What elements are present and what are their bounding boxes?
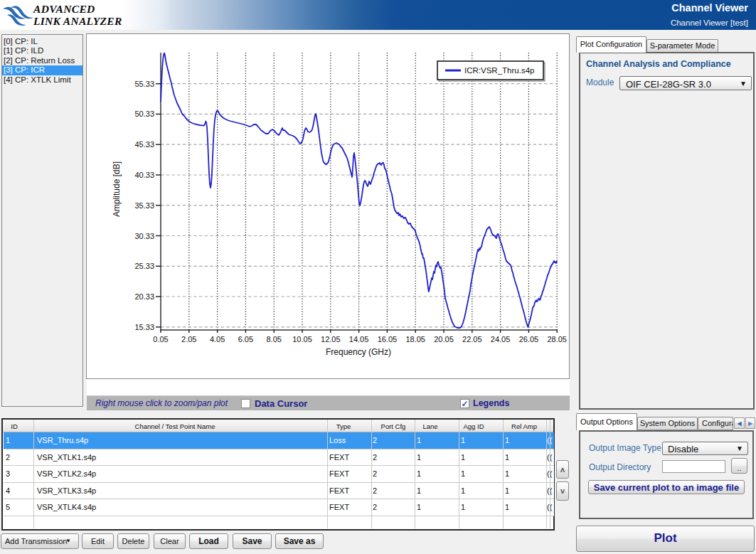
svg-text:22.05: 22.05 xyxy=(462,335,482,343)
svg-text:10.05: 10.05 xyxy=(292,335,312,343)
svg-text:16.05: 16.05 xyxy=(378,335,398,343)
svg-text:4.05: 4.05 xyxy=(210,335,225,343)
svg-text:Frequency (GHz): Frequency (GHz) xyxy=(326,347,391,357)
svg-text:24.05: 24.05 xyxy=(491,335,511,343)
svg-text:ICR:VSR_Thru.s4p: ICR:VSR_Thru.s4p xyxy=(464,66,534,75)
svg-text:45.33: 45.33 xyxy=(134,140,154,149)
svg-text:20.05: 20.05 xyxy=(434,335,454,343)
svg-text:2.05: 2.05 xyxy=(181,335,196,343)
svg-text:50.33: 50.33 xyxy=(134,110,154,118)
svg-text:40.33: 40.33 xyxy=(134,171,154,179)
svg-text:55.33: 55.33 xyxy=(134,80,154,88)
svg-text:Amplitude [dB]: Amplitude [dB] xyxy=(112,161,122,217)
svg-text:14.05: 14.05 xyxy=(349,335,369,343)
svg-text:30.33: 30.33 xyxy=(134,232,154,240)
svg-text:8.05: 8.05 xyxy=(266,335,281,343)
svg-text:20.33: 20.33 xyxy=(134,292,154,301)
svg-text:12.05: 12.05 xyxy=(321,335,341,343)
svg-text:25.33: 25.33 xyxy=(134,262,154,270)
svg-text:6.05: 6.05 xyxy=(238,335,253,343)
svg-text:35.33: 35.33 xyxy=(134,201,154,210)
svg-text:15.33: 15.33 xyxy=(134,323,154,331)
svg-text:0.05: 0.05 xyxy=(153,335,168,343)
svg-text:26.05: 26.05 xyxy=(519,335,539,343)
svg-text:28.05: 28.05 xyxy=(547,335,567,343)
svg-text:18.05: 18.05 xyxy=(405,335,425,343)
